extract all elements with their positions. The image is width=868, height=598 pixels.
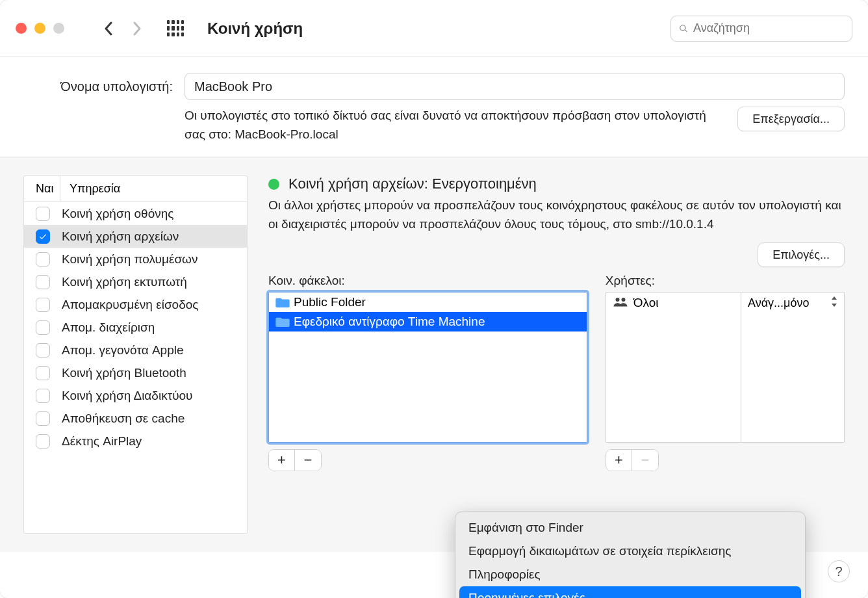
context-menu-item[interactable]: Πληροφορίες bbox=[459, 563, 801, 586]
users-group-icon bbox=[613, 296, 628, 310]
service-checkbox[interactable] bbox=[36, 411, 50, 426]
service-row[interactable]: Απομ. γεγονότα Apple bbox=[24, 339, 247, 361]
main-content: Ναι Υπηρεσία Κοινή χρήση οθόνηςΚοινή χρή… bbox=[0, 157, 868, 552]
service-row[interactable]: Κοινή χρήση Διαδικτύου bbox=[24, 384, 247, 407]
computer-name-help: Οι υπολογιστές στο τοπικό δίκτυό σας είν… bbox=[185, 107, 726, 144]
folders-add-remove: + − bbox=[268, 449, 322, 471]
shared-folder-item[interactable]: Public Folder bbox=[269, 292, 587, 312]
remove-folder-button[interactable]: − bbox=[295, 450, 321, 471]
service-label: Αποθήκευση σε cache bbox=[62, 411, 185, 426]
service-checkbox[interactable] bbox=[36, 252, 50, 266]
service-checkbox[interactable] bbox=[36, 320, 50, 335]
close-icon[interactable] bbox=[16, 23, 27, 34]
titlebar: Κοινή χρήση bbox=[0, 0, 868, 57]
status-row: Κοινή χρήση αρχείων: Ενεργοποιημένη bbox=[268, 176, 845, 192]
computer-name-label: Όνομα υπολογιστή: bbox=[23, 73, 173, 94]
service-label: Δέκτης AirPlay bbox=[62, 434, 142, 448]
service-checkbox[interactable] bbox=[36, 298, 50, 312]
service-label: Απομακρυσμένη είσοδος bbox=[62, 298, 198, 312]
user-item[interactable]: Όλοι bbox=[606, 292, 741, 313]
window-controls bbox=[16, 23, 64, 34]
search-input[interactable] bbox=[693, 21, 844, 35]
options-button[interactable]: Επιλογές... bbox=[758, 242, 845, 267]
edit-hostname-button[interactable]: Επεξεργασία... bbox=[737, 107, 845, 131]
service-label: Κοινή χρήση αρχείων bbox=[62, 229, 179, 244]
context-menu[interactable]: Εμφάνιση στο FinderΕφαρμογή δικαιωμάτων … bbox=[455, 512, 806, 598]
detail-description: Οι άλλοι χρήστες μπορούν να προσπελάζουν… bbox=[268, 196, 845, 233]
permission-select[interactable]: Ανάγ...μόνο bbox=[741, 292, 844, 313]
service-row[interactable]: Αποθήκευση σε cache bbox=[24, 407, 247, 430]
services-panel: Ναι Υπηρεσία Κοινή χρήση οθόνηςΚοινή χρή… bbox=[23, 176, 248, 534]
service-checkbox[interactable] bbox=[36, 434, 50, 448]
users-add-remove: + − bbox=[606, 449, 659, 471]
shared-folder-item[interactable]: Εφεδρικό αντίγραφο Time Machine bbox=[269, 312, 587, 332]
zoom-icon bbox=[53, 23, 64, 34]
services-header: Ναι Υπηρεσία bbox=[24, 176, 247, 202]
services-list[interactable]: Κοινή χρήση οθόνηςΚοινή χρήση αρχείωνΚοι… bbox=[24, 202, 247, 452]
sharing-preferences-window: Κοινή χρήση Όνομα υπολογιστή: Οι υπολογι… bbox=[0, 0, 868, 598]
folder-name: Public Folder bbox=[294, 295, 366, 309]
folders-users-area: Κοιν. φάκελοι: Public FolderΕφεδρικό αντ… bbox=[268, 274, 845, 471]
service-row[interactable]: Κοινή χρήση αρχείων bbox=[24, 225, 247, 248]
folder-icon bbox=[275, 297, 290, 307]
service-label: Απομ. διαχείριση bbox=[62, 320, 155, 335]
folder-name: Εφεδρικό αντίγραφο Time Machine bbox=[294, 315, 485, 329]
nav-buttons bbox=[96, 16, 150, 42]
service-checkbox[interactable] bbox=[36, 207, 50, 221]
permission-value: Ανάγ...μόνο bbox=[748, 296, 809, 310]
status-text: Κοινή χρήση αρχείων: Ενεργοποιημένη bbox=[288, 176, 537, 192]
context-menu-item[interactable]: Προηγμένες επιλογές... bbox=[459, 586, 801, 598]
users-column: Χρήστες: Όλοι Ανάγ...μόνο + − bbox=[606, 274, 845, 471]
service-label: Κοινή χρήση Bluetooth bbox=[62, 366, 186, 380]
window-title: Κοινή χρήση bbox=[207, 20, 303, 38]
service-row[interactable]: Κοινή χρήση πολυμέσων bbox=[24, 248, 247, 270]
forward-button bbox=[124, 16, 150, 42]
col-header-service[interactable]: Υπηρεσία bbox=[60, 182, 120, 196]
svg-point-1 bbox=[621, 298, 625, 302]
status-indicator-icon bbox=[268, 179, 279, 190]
service-row[interactable]: Απομ. διαχείριση bbox=[24, 316, 247, 339]
service-checkbox[interactable] bbox=[36, 343, 50, 358]
service-label: Απομ. γεγονότα Apple bbox=[62, 343, 184, 358]
minimize-icon[interactable] bbox=[34, 23, 45, 34]
col-header-on[interactable]: Ναι bbox=[24, 176, 60, 202]
chevron-up-down-icon bbox=[831, 296, 837, 310]
service-checkbox[interactable] bbox=[36, 229, 50, 244]
service-row[interactable]: Δέκτης AirPlay bbox=[24, 430, 247, 452]
shared-folders-list[interactable]: Public FolderΕφεδρικό αντίγραφο Time Mac… bbox=[268, 292, 587, 443]
user-name: Όλοι bbox=[633, 296, 734, 310]
service-label: Κοινή χρήση Διαδικτύου bbox=[62, 389, 193, 403]
service-label: Κοινή χρήση εκτυπωτή bbox=[62, 275, 187, 289]
service-row[interactable]: Κοινή χρήση οθόνης bbox=[24, 202, 247, 225]
remove-user-button: − bbox=[632, 450, 658, 471]
users-list[interactable]: Όλοι bbox=[606, 292, 741, 443]
add-user-button[interactable]: + bbox=[606, 450, 632, 471]
service-checkbox[interactable] bbox=[36, 389, 50, 403]
service-label: Κοινή χρήση πολυμέσων bbox=[62, 252, 198, 266]
permissions-list[interactable]: Ανάγ...μόνο bbox=[741, 292, 845, 443]
service-label: Κοινή χρήση οθόνης bbox=[62, 207, 173, 221]
context-menu-item[interactable]: Εφαρμογή δικαιωμάτων σε στοιχεία περίκλε… bbox=[459, 540, 801, 563]
service-row[interactable]: Απομακρυσμένη είσοδος bbox=[24, 293, 247, 316]
help-button[interactable]: ? bbox=[828, 560, 850, 582]
context-menu-item[interactable]: Εμφάνιση στο Finder bbox=[459, 516, 801, 540]
search-field[interactable] bbox=[670, 16, 852, 42]
computer-name-input[interactable] bbox=[185, 73, 845, 100]
svg-point-0 bbox=[615, 298, 619, 302]
search-icon bbox=[679, 23, 688, 34]
users-label: Χρήστες: bbox=[606, 274, 845, 288]
folder-icon bbox=[275, 317, 290, 327]
back-button[interactable] bbox=[96, 16, 121, 42]
detail-panel: Κοινή χρήση αρχείων: Ενεργοποιημένη Οι ά… bbox=[268, 176, 845, 534]
computer-name-section: Όνομα υπολογιστή: Οι υπολογιστές στο τοπ… bbox=[0, 57, 868, 157]
service-checkbox[interactable] bbox=[36, 366, 50, 380]
add-folder-button[interactable]: + bbox=[269, 450, 295, 471]
show-all-icon[interactable] bbox=[167, 20, 184, 37]
service-row[interactable]: Κοινή χρήση Bluetooth bbox=[24, 361, 247, 384]
service-checkbox[interactable] bbox=[36, 275, 50, 289]
shared-folders-label: Κοιν. φάκελοι: bbox=[268, 274, 587, 288]
service-row[interactable]: Κοινή χρήση εκτυπωτή bbox=[24, 270, 247, 293]
shared-folders-column: Κοιν. φάκελοι: Public FolderΕφεδρικό αντ… bbox=[268, 274, 587, 471]
